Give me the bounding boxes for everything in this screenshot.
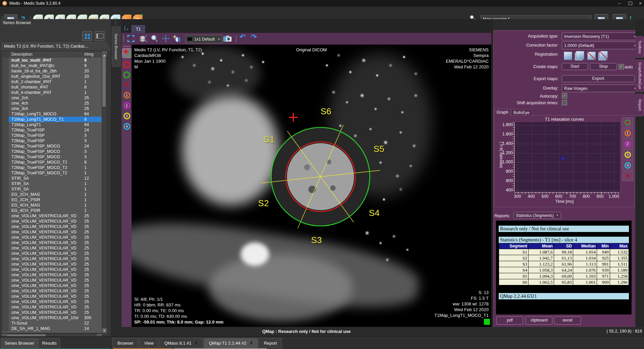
graph-point-3-button[interactable]: 3 (622, 150, 633, 160)
side-tab-toolbox[interactable]: Toolbox (636, 36, 644, 58)
zoom-icon[interactable] (150, 35, 158, 44)
series-row[interactable]: T2Map_TrueFISP_MOCO_T21 (2, 170, 102, 176)
series-row[interactable]: EG_4CH_MAG1 (2, 202, 102, 208)
series-row[interactable]: DE_SA_HR_1_MAG14 (2, 326, 102, 331)
series-row[interactable]: T2Map_TrueFISP_MOCO3 (2, 154, 102, 160)
series-row[interactable]: cine_VOLUM_VENTRICULAR_VD25 (2, 261, 102, 267)
series-row[interactable]: STIR_SA1 (2, 186, 102, 192)
minimize-button[interactable]: ─ (615, 0, 624, 6)
reports-dropdown[interactable]: Statistics (Segments)▼ (513, 212, 561, 219)
graph-plot[interactable] (515, 122, 620, 192)
series-row[interactable]: T2Map_TrueFISP_MOCO_T21 (2, 165, 102, 170)
series-row[interactable]: T2Map_TrueFISP_MOCO3 (2, 149, 102, 154)
series-row[interactable]: cine_VOLUM_VENTRICULAR_VD25 (2, 251, 102, 256)
stop-button[interactable]: Stop (590, 63, 617, 70)
excel-button[interactable]: excel (554, 316, 581, 325)
series-row[interactable]: cine_VOLUM_VENTRICULAR_VD25 (2, 213, 102, 219)
series-row[interactable]: EG_2CH_PSIR1 (2, 197, 102, 202)
series-row[interactable]: TI-Scout22 (2, 321, 102, 326)
series-row[interactable]: STIR_SA12 (2, 176, 102, 181)
series-row[interactable]: cine_VOLUM_VENTRICULAR_VD25 (2, 283, 102, 288)
start-button[interactable]: Start (562, 63, 588, 70)
panel-tab-results[interactable]: Results (39, 338, 60, 349)
fit-to-view-icon[interactable] (127, 35, 135, 43)
tools-handle[interactable] (123, 46, 130, 47)
viewport-tab-t1[interactable]: T1 (132, 25, 145, 33)
vscroll-thumb[interactable] (102, 56, 106, 107)
snapshot-icon[interactable] (223, 35, 232, 44)
graph-contours-button[interactable] (622, 117, 633, 127)
point-tool-3[interactable]: 3 (122, 111, 131, 120)
series-row[interactable]: cine_VOLUM_VENTRICULAR_VD25 (2, 256, 102, 261)
graph-point-1-button[interactable]: 1 (622, 128, 633, 138)
pan-icon[interactable] (162, 35, 170, 44)
series-row[interactable]: trufi_loc_multi_iPAT@c9 (2, 63, 102, 68)
correction-factor-dropdown[interactable]: 1.0000 (Default)▼ (562, 42, 639, 49)
graph-blood-button[interactable] (622, 171, 633, 181)
series-row[interactable]: EG_2CH_MAG1 (2, 192, 102, 197)
endo-contour-tool[interactable] (122, 60, 131, 69)
series-row[interactable]: cine_VOLUM_VENTRICULAR_VD25 (2, 272, 102, 278)
series-row[interactable]: EG_4CH_PSIR1 (2, 208, 102, 213)
app-tab-view[interactable]: View (139, 338, 159, 348)
registration-off-button[interactable] (587, 52, 596, 60)
column-img-count[interactable]: #Img (84, 51, 102, 58)
side-strip-handle[interactable] (115, 20, 117, 25)
side-tab-graph-bullseye[interactable]: Graph/BullsEye (636, 60, 644, 92)
series-row[interactable]: T2Map_TrueFISP24 (2, 127, 102, 133)
viewport-menu-arrow[interactable]: ▾ (127, 28, 128, 31)
vtoolbar-handle[interactable] (123, 35, 125, 43)
pdf-button[interactable]: pdf (496, 316, 523, 325)
study-tab[interactable]: Medis T2 (LV, RV Function, T1, T2) Cardi… (2, 43, 112, 50)
redo-icon[interactable]: ↷ (251, 33, 257, 41)
series-row[interactable]: cine_VOLUM_VENTRICULAR_VD25 (2, 240, 102, 245)
point-tool-2[interactable]: 2 (122, 101, 131, 110)
series-list-header[interactable]: Description #Img (2, 51, 102, 58)
overlay-dropdown[interactable]: Raw Images▼ (562, 84, 639, 92)
series-row[interactable]: T1Map_LongT1_MOCO_T18 (2, 117, 102, 122)
app-tab-qmass-8-1-1[interactable]: QMass 8.1 #1✗ (159, 338, 203, 348)
series-row[interactable]: cine_VOLUM_VENTRICULAR_VD25 (2, 310, 102, 315)
series-row[interactable]: cine_2ch25 (2, 95, 102, 101)
series-row[interactable]: trufi_singleshot_15sl_iPAT20 (2, 74, 102, 79)
series-row[interactable]: T2Map_TrueFISP_MOCO_T28 (2, 160, 102, 165)
app-tab-browser[interactable]: Browser (112, 338, 139, 348)
undo-icon[interactable]: ↶ (240, 33, 246, 41)
registration-none-button[interactable] (564, 52, 572, 60)
series-row[interactable]: cine_VOLUM_VENTRICULAR_VD25 (2, 235, 102, 240)
tab-graph[interactable]: Graph (494, 109, 511, 116)
series-row[interactable]: cine_VOLUM_VENTRICULAR_VD25 (2, 294, 102, 299)
close-button[interactable]: × (636, 0, 644, 6)
series-row[interactable]: cine_VOLUM_VENTRICULAR_VD25 (2, 267, 102, 272)
side-tab-series-browser[interactable]: Series Browser (112, 26, 120, 67)
panel-view-button[interactable] (95, 31, 105, 41)
registration-all-off-button[interactable] (599, 51, 608, 59)
series-row[interactable]: trufi_2-chamber_iPAT1 (2, 79, 102, 84)
panel-tab-series-browser[interactable]: Series Browser (1, 338, 38, 349)
stack-scroll-icon[interactable] (138, 34, 148, 44)
series-row[interactable]: trufi_shortaxis_iPAT8 (2, 84, 102, 90)
blood-pool-tool[interactable] (122, 80, 131, 89)
auto-checkbox[interactable]: ✓ (618, 64, 624, 69)
viewport-menu-icon[interactable] (124, 26, 126, 31)
layout-preset-dropdown[interactable]: 1x1 Default ▼ (185, 35, 222, 43)
epi-contour-tool[interactable] (122, 70, 131, 79)
point-tool-1[interactable]: 1 (122, 91, 131, 100)
grid-view-button[interactable] (82, 31, 92, 41)
series-row[interactable]: haste_16-sl_tra_db_2bh20 (2, 68, 102, 74)
series-row[interactable]: T1Map_LongT1_MOCO64 (2, 111, 102, 117)
autocopy-checkbox[interactable]: ✓ (562, 93, 567, 99)
app-tab-report[interactable]: Report (259, 338, 282, 348)
series-row[interactable]: trufi_loc_multi_iPAT9 (2, 58, 102, 63)
series-row[interactable]: cine_3ch25 (2, 106, 102, 111)
series-row[interactable]: cine_VOLUM_VENTRICULAR_VD25 (2, 224, 102, 229)
column-description[interactable]: Description (11, 51, 84, 58)
vtoolbar-handle2[interactable] (236, 35, 237, 43)
side-tab-report[interactable]: Report (636, 94, 644, 116)
acquisition-type-dropdown[interactable]: Inversion Recovery (T1)▼ (562, 33, 639, 40)
graph-point-2-button[interactable]: 2 (622, 139, 633, 149)
series-row[interactable]: cine_VOLUM_VENTRICULAR_VD25 (2, 288, 102, 294)
clipboard-button[interactable]: clipboard (526, 316, 552, 325)
series-row[interactable]: cine_VOLUM_VENTRICULAR_VD25 (2, 219, 102, 224)
series-row[interactable]: STIR_SA1 (2, 181, 102, 186)
